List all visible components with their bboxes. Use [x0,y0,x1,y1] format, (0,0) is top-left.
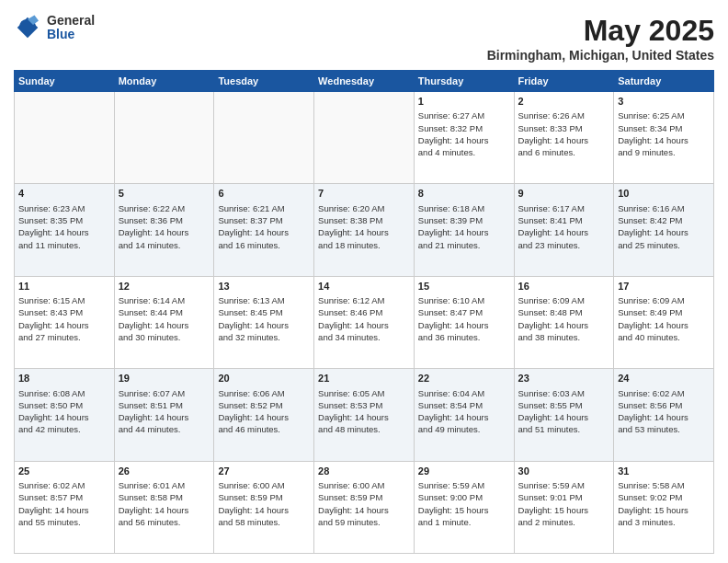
day-number: 5 [119,187,210,201]
calendar-cell: 1Sunrise: 6:27 AMSunset: 8:32 PMDaylight… [414,92,514,184]
day-info: Sunrise: 6:04 AM [418,387,510,399]
calendar-cell: 29Sunrise: 5:59 AMSunset: 9:00 PMDayligh… [414,461,514,553]
calendar-cell: 13Sunrise: 6:13 AMSunset: 8:45 PMDayligh… [214,276,314,368]
day-info: Sunrise: 6:20 AM [318,202,410,214]
day-header-thursday: Thursday [414,71,514,92]
day-info: Daylight: 14 hours [318,319,410,331]
day-info: and 34 minutes. [318,331,410,343]
day-info: Sunset: 8:59 PM [318,491,410,503]
calendar-week-2: 4Sunrise: 6:23 AMSunset: 8:35 PMDaylight… [15,184,714,276]
day-info: and 59 minutes. [318,516,410,528]
day-info: and 4 minutes. [418,146,510,158]
calendar-week-4: 18Sunrise: 6:08 AMSunset: 8:50 PMDayligh… [15,369,714,461]
day-number: 4 [18,187,110,201]
day-info: Sunrise: 6:23 AM [18,202,110,214]
day-info: and 6 minutes. [518,146,610,158]
day-info: Daylight: 14 hours [518,134,610,146]
day-info: and 38 minutes. [518,331,610,343]
day-info: Sunset: 8:34 PM [618,122,710,134]
logo-blue-text: Blue [47,28,95,41]
day-info: Sunrise: 6:10 AM [418,294,510,306]
day-number: 22 [418,372,510,385]
calendar-cell: 7Sunrise: 6:20 AMSunset: 8:38 PMDaylight… [314,184,415,276]
day-info: Sunset: 8:49 PM [618,306,710,318]
calendar-cell: 4Sunrise: 6:23 AMSunset: 8:35 PMDaylight… [15,184,115,276]
day-info: Daylight: 14 hours [618,319,710,331]
day-info: Sunrise: 5:59 AM [418,479,510,491]
day-info: Sunset: 8:59 PM [218,491,310,503]
day-info: Daylight: 14 hours [418,134,510,146]
day-info: Sunrise: 6:07 AM [119,387,210,399]
day-info: Sunrise: 6:21 AM [218,202,310,214]
day-number: 17 [618,280,710,293]
day-info: Sunrise: 6:00 AM [318,479,410,491]
day-info: and 44 minutes. [119,423,210,435]
calendar-cell: 19Sunrise: 6:07 AMSunset: 8:51 PMDayligh… [114,369,214,461]
day-info: and 11 minutes. [18,239,110,251]
day-info: and 25 minutes. [618,239,710,251]
day-info: Daylight: 14 hours [218,411,310,423]
day-info: Sunset: 9:01 PM [518,491,610,503]
day-info: Sunrise: 5:58 AM [618,479,710,491]
day-info: Sunset: 8:54 PM [418,399,510,411]
calendar-cell: 21Sunrise: 6:05 AMSunset: 8:53 PMDayligh… [314,369,415,461]
calendar-cell: 11Sunrise: 6:15 AMSunset: 8:43 PMDayligh… [15,276,115,368]
day-info: Sunrise: 6:02 AM [618,387,710,399]
day-info: Sunset: 8:50 PM [18,399,110,411]
day-info: and 40 minutes. [618,331,710,343]
day-info: Sunset: 8:36 PM [119,214,210,226]
day-info: Sunrise: 6:13 AM [218,294,310,306]
day-header-friday: Friday [514,71,614,92]
day-info: and 36 minutes. [418,331,510,343]
day-info: Daylight: 15 hours [518,504,610,516]
day-number: 18 [18,372,110,385]
calendar-week-3: 11Sunrise: 6:15 AMSunset: 8:43 PMDayligh… [15,276,714,368]
calendar-cell: 18Sunrise: 6:08 AMSunset: 8:50 PMDayligh… [15,369,115,461]
calendar-cell: 30Sunrise: 5:59 AMSunset: 9:01 PMDayligh… [514,461,614,553]
calendar-cell [114,92,214,184]
main-title: May 2025 [487,14,714,48]
day-info: and 42 minutes. [18,423,110,435]
calendar-cell: 23Sunrise: 6:03 AMSunset: 8:55 PMDayligh… [514,369,614,461]
day-info: and 18 minutes. [318,239,410,251]
calendar-cell [214,92,314,184]
day-header-saturday: Saturday [614,71,714,92]
calendar-cell: 25Sunrise: 6:02 AMSunset: 8:57 PMDayligh… [15,461,115,553]
calendar-header-row: SundayMondayTuesdayWednesdayThursdayFrid… [15,71,714,92]
day-info: and 21 minutes. [418,239,510,251]
day-number: 24 [618,372,710,385]
calendar-cell: 3Sunrise: 6:25 AMSunset: 8:34 PMDaylight… [614,92,714,184]
day-number: 25 [18,465,110,478]
day-number: 31 [618,465,710,478]
day-info: Sunrise: 6:09 AM [618,294,710,306]
day-info: Sunset: 8:39 PM [418,214,510,226]
day-header-monday: Monday [114,71,214,92]
calendar-cell: 2Sunrise: 6:26 AMSunset: 8:33 PMDaylight… [514,92,614,184]
day-number: 16 [518,280,610,293]
day-number: 8 [418,187,510,201]
day-info: Sunset: 8:53 PM [318,399,410,411]
day-number: 7 [318,187,410,201]
day-number: 12 [119,280,210,293]
calendar-cell [314,92,415,184]
day-info: Daylight: 14 hours [418,411,510,423]
day-number: 2 [518,95,610,109]
calendar-week-5: 25Sunrise: 6:02 AMSunset: 8:57 PMDayligh… [15,461,714,553]
day-info: Sunset: 8:47 PM [418,306,510,318]
logo: General Blue [14,14,95,42]
calendar-cell: 14Sunrise: 6:12 AMSunset: 8:46 PMDayligh… [314,276,415,368]
calendar-cell: 6Sunrise: 6:21 AMSunset: 8:37 PMDaylight… [214,184,314,276]
day-header-tuesday: Tuesday [214,71,314,92]
logo-text: General Blue [47,14,95,42]
day-number: 28 [318,465,410,478]
day-info: Sunrise: 6:18 AM [418,202,510,214]
day-number: 23 [518,372,610,385]
day-info: and 58 minutes. [218,516,310,528]
calendar-cell: 24Sunrise: 6:02 AMSunset: 8:56 PMDayligh… [614,369,714,461]
day-info: Sunset: 9:00 PM [418,491,510,503]
subtitle: Birmingham, Michigan, United States [487,48,714,63]
day-info: Sunset: 9:02 PM [618,491,710,503]
calendar-cell: 22Sunrise: 6:04 AMSunset: 8:54 PMDayligh… [414,369,514,461]
day-info: and 9 minutes. [618,146,710,158]
day-number: 27 [218,465,310,478]
